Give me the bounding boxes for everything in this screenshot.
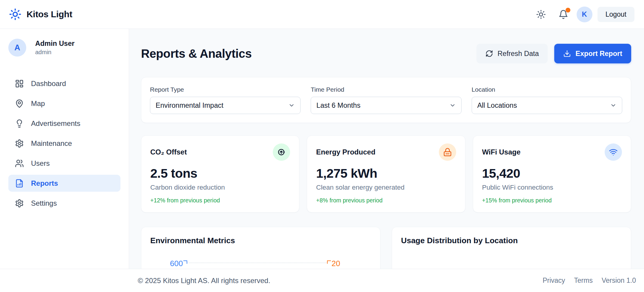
filter-label: Location	[472, 86, 622, 93]
refresh-icon	[485, 50, 493, 57]
notification-badge	[566, 8, 570, 13]
right-axis-tick-label: 20	[332, 259, 340, 268]
stat-card-co2-offset: CO₂ Offset 2.5 tons Carbon dioxide reduc…	[141, 135, 299, 213]
user-name: Admin User	[35, 40, 75, 48]
footer-links: Privacy Terms Version 1.0	[543, 277, 636, 285]
sidebar-item-label: Reports	[31, 179, 58, 188]
notifications-button[interactable]	[557, 8, 570, 21]
stat-change: +15% from previous period	[482, 197, 622, 204]
sun-icon	[536, 10, 546, 19]
version-text: Version 1.0	[602, 277, 636, 285]
refresh-data-button[interactable]: Refresh Data	[476, 44, 548, 63]
time-period-value: Last 6 Months	[316, 102, 360, 110]
chart-axis-row: 600 20	[150, 259, 371, 268]
stat-head: CO₂ Offset	[150, 143, 290, 161]
sidebar-item-advertisements[interactable]: Advertisements	[8, 115, 120, 132]
stat-head: Energy Produced	[316, 143, 456, 161]
filter-report-type: Report Type Environmental Impact	[150, 86, 301, 114]
sidebar-item-label: Map	[31, 99, 45, 108]
stat-change: +12% from previous period	[150, 197, 290, 204]
location-select[interactable]: All Locations	[472, 97, 622, 114]
app-root: Kitos Light K Logout A Admin User admin	[0, 0, 644, 292]
stat-title: WiFi Usage	[482, 148, 521, 156]
location-value: All Locations	[477, 102, 517, 110]
terms-link[interactable]: Terms	[574, 277, 593, 285]
sidebar-item-label: Advertisements	[31, 119, 80, 128]
download-icon	[563, 50, 571, 57]
privacy-link[interactable]: Privacy	[543, 277, 565, 285]
page-title: Reports & Analytics	[141, 47, 252, 60]
sidebar-avatar: A	[8, 39, 26, 57]
charts-row: Environmental Metrics 600 20 Usage Distr…	[141, 227, 631, 269]
filter-label: Time Period	[311, 86, 461, 93]
sidebar-item-label: Users	[31, 159, 50, 168]
app-title: Kitos Light	[27, 9, 72, 19]
left-axis-tick-label: 600	[170, 259, 183, 268]
wifi-icon	[609, 148, 618, 157]
logout-button[interactable]: Logout	[597, 7, 634, 22]
left-axis-tick-mark	[183, 260, 187, 264]
stat-value: 1,275 kWh	[316, 166, 456, 181]
sidebar-item-label: Maintenance	[31, 139, 72, 148]
brand: Kitos Light	[9, 8, 72, 21]
chart-title: Environmental Metrics	[150, 236, 371, 245]
gear-icon	[15, 139, 24, 148]
sidebar-user-card: A Admin User admin	[8, 39, 120, 57]
chevron-down-icon	[288, 102, 295, 109]
header-actions: K Logout	[534, 7, 634, 22]
sidebar-item-label: Dashboard	[31, 79, 66, 88]
app-header: Kitos Light K Logout	[0, 0, 644, 29]
stat-description: Carbon dioxide reduction	[150, 184, 290, 191]
stat-icon-wrap	[439, 143, 456, 161]
sidebar-user-info: Admin User admin	[35, 40, 75, 56]
stat-value: 15,420	[482, 166, 622, 181]
environmental-metrics-card: Environmental Metrics 600 20	[141, 227, 380, 269]
users-icon	[15, 159, 24, 168]
sidebar-item-maintenance[interactable]: Maintenance	[8, 135, 120, 152]
stat-title: Energy Produced	[316, 148, 375, 156]
sidebar-item-settings[interactable]: Settings	[8, 195, 120, 212]
gridline-dotted	[188, 263, 327, 263]
stat-head: WiFi Usage	[482, 143, 622, 161]
stat-description: Clean solar energy generated	[316, 184, 456, 191]
app-logo-sun-icon	[9, 8, 21, 21]
sidebar-nav: Dashboard Map Advertisements Maintenance…	[8, 75, 120, 212]
sidebar-item-label: Settings	[31, 199, 57, 207]
page-header: Reports & Analytics Refresh Data Export …	[141, 44, 631, 63]
sidebar-item-map[interactable]: Map	[8, 95, 120, 112]
chart-title: Usage Distribution by Location	[401, 236, 622, 245]
chevron-down-icon	[449, 102, 456, 109]
lightbulb-icon	[15, 119, 24, 128]
main-content: Reports & Analytics Refresh Data Export …	[129, 29, 644, 269]
file-chart-icon	[15, 179, 24, 188]
stat-card-wifi-usage: WiFi Usage 15,420 Public WiFi connection…	[473, 135, 631, 213]
page-actions: Refresh Data Export Report	[476, 44, 631, 63]
stat-change: +8% from previous period	[316, 197, 456, 204]
user-role: admin	[35, 49, 75, 56]
chevron-down-icon	[610, 102, 617, 109]
user-avatar[interactable]: K	[577, 7, 592, 22]
sidebar-item-dashboard[interactable]: Dashboard	[8, 75, 120, 92]
sidebar: A Admin User admin Dashboard Map Adverti	[0, 29, 129, 269]
usage-distribution-card: Usage Distribution by Location	[392, 227, 631, 269]
report-type-select[interactable]: Environmental Impact	[150, 97, 301, 114]
filter-location: Location All Locations	[472, 86, 622, 114]
report-type-value: Environmental Impact	[156, 102, 223, 110]
app-footer: © 2025 Kitos Light AS. All rights reserv…	[0, 269, 644, 292]
filter-label: Report Type	[150, 86, 301, 93]
time-period-select[interactable]: Last 6 Months	[311, 97, 461, 114]
sidebar-item-users[interactable]: Users	[8, 155, 120, 172]
stat-description: Public WiFi connections	[482, 184, 622, 191]
map-pin-icon	[15, 99, 24, 108]
sidebar-item-reports[interactable]: Reports	[8, 175, 120, 192]
export-report-button[interactable]: Export Report	[554, 44, 631, 63]
theme-toggle-button[interactable]	[534, 8, 548, 21]
copyright-text: © 2025 Kitos Light AS. All rights reserv…	[138, 277, 270, 285]
layout-dashboard-icon	[15, 79, 24, 88]
stats-row: CO₂ Offset 2.5 tons Carbon dioxide reduc…	[141, 135, 631, 213]
stat-value: 2.5 tons	[150, 166, 290, 181]
app-shell: A Admin User admin Dashboard Map Adverti	[0, 29, 644, 269]
gear-icon	[15, 199, 24, 208]
right-axis-tick-mark	[327, 260, 331, 264]
stat-icon-wrap	[605, 143, 622, 161]
